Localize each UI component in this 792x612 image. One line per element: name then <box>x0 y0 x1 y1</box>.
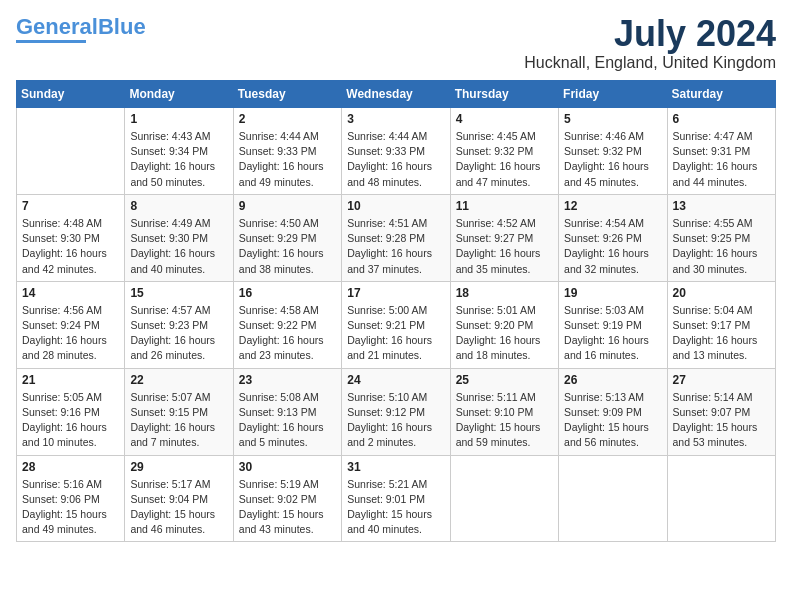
day-content: Sunrise: 4:52 AM Sunset: 9:27 PM Dayligh… <box>456 216 553 277</box>
day-content: Sunrise: 5:13 AM Sunset: 9:09 PM Dayligh… <box>564 390 661 451</box>
calendar-cell: 16Sunrise: 4:58 AM Sunset: 9:22 PM Dayli… <box>233 281 341 368</box>
header-tuesday: Tuesday <box>233 81 341 108</box>
calendar-cell: 9Sunrise: 4:50 AM Sunset: 9:29 PM Daylig… <box>233 194 341 281</box>
day-number: 21 <box>22 373 119 387</box>
day-number: 24 <box>347 373 444 387</box>
day-content: Sunrise: 5:17 AM Sunset: 9:04 PM Dayligh… <box>130 477 227 538</box>
day-number: 17 <box>347 286 444 300</box>
month-title: July 2024 <box>524 16 776 52</box>
day-number: 6 <box>673 112 770 126</box>
day-number: 15 <box>130 286 227 300</box>
day-number: 26 <box>564 373 661 387</box>
day-number: 11 <box>456 199 553 213</box>
day-content: Sunrise: 5:04 AM Sunset: 9:17 PM Dayligh… <box>673 303 770 364</box>
day-number: 3 <box>347 112 444 126</box>
day-number: 28 <box>22 460 119 474</box>
calendar-table: SundayMondayTuesdayWednesdayThursdayFrid… <box>16 80 776 542</box>
header-saturday: Saturday <box>667 81 775 108</box>
day-content: Sunrise: 4:49 AM Sunset: 9:30 PM Dayligh… <box>130 216 227 277</box>
day-content: Sunrise: 4:54 AM Sunset: 9:26 PM Dayligh… <box>564 216 661 277</box>
day-number: 7 <box>22 199 119 213</box>
calendar-cell <box>559 455 667 542</box>
logo-blue: Blue <box>98 14 146 39</box>
day-number: 2 <box>239 112 336 126</box>
header-sunday: Sunday <box>17 81 125 108</box>
calendar-cell: 17Sunrise: 5:00 AM Sunset: 9:21 PM Dayli… <box>342 281 450 368</box>
header-monday: Monday <box>125 81 233 108</box>
header-wednesday: Wednesday <box>342 81 450 108</box>
day-number: 25 <box>456 373 553 387</box>
calendar-cell: 21Sunrise: 5:05 AM Sunset: 9:16 PM Dayli… <box>17 368 125 455</box>
day-content: Sunrise: 4:48 AM Sunset: 9:30 PM Dayligh… <box>22 216 119 277</box>
week-row-4: 21Sunrise: 5:05 AM Sunset: 9:16 PM Dayli… <box>17 368 776 455</box>
day-content: Sunrise: 5:01 AM Sunset: 9:20 PM Dayligh… <box>456 303 553 364</box>
calendar-cell: 24Sunrise: 5:10 AM Sunset: 9:12 PM Dayli… <box>342 368 450 455</box>
day-number: 30 <box>239 460 336 474</box>
calendar-cell: 14Sunrise: 4:56 AM Sunset: 9:24 PM Dayli… <box>17 281 125 368</box>
day-content: Sunrise: 5:03 AM Sunset: 9:19 PM Dayligh… <box>564 303 661 364</box>
day-content: Sunrise: 4:55 AM Sunset: 9:25 PM Dayligh… <box>673 216 770 277</box>
calendar-cell: 7Sunrise: 4:48 AM Sunset: 9:30 PM Daylig… <box>17 194 125 281</box>
calendar-cell: 28Sunrise: 5:16 AM Sunset: 9:06 PM Dayli… <box>17 455 125 542</box>
calendar-cell: 20Sunrise: 5:04 AM Sunset: 9:17 PM Dayli… <box>667 281 775 368</box>
calendar-cell: 30Sunrise: 5:19 AM Sunset: 9:02 PM Dayli… <box>233 455 341 542</box>
day-number: 14 <box>22 286 119 300</box>
calendar-cell: 29Sunrise: 5:17 AM Sunset: 9:04 PM Dayli… <box>125 455 233 542</box>
day-number: 10 <box>347 199 444 213</box>
day-number: 19 <box>564 286 661 300</box>
day-number: 13 <box>673 199 770 213</box>
day-number: 18 <box>456 286 553 300</box>
day-content: Sunrise: 5:08 AM Sunset: 9:13 PM Dayligh… <box>239 390 336 451</box>
header-row: SundayMondayTuesdayWednesdayThursdayFrid… <box>17 81 776 108</box>
calendar-cell: 27Sunrise: 5:14 AM Sunset: 9:07 PM Dayli… <box>667 368 775 455</box>
calendar-cell: 5Sunrise: 4:46 AM Sunset: 9:32 PM Daylig… <box>559 108 667 195</box>
week-row-2: 7Sunrise: 4:48 AM Sunset: 9:30 PM Daylig… <box>17 194 776 281</box>
calendar-cell: 15Sunrise: 4:57 AM Sunset: 9:23 PM Dayli… <box>125 281 233 368</box>
calendar-cell: 8Sunrise: 4:49 AM Sunset: 9:30 PM Daylig… <box>125 194 233 281</box>
calendar-cell: 12Sunrise: 4:54 AM Sunset: 9:26 PM Dayli… <box>559 194 667 281</box>
day-number: 5 <box>564 112 661 126</box>
day-content: Sunrise: 4:47 AM Sunset: 9:31 PM Dayligh… <box>673 129 770 190</box>
day-number: 12 <box>564 199 661 213</box>
day-content: Sunrise: 4:45 AM Sunset: 9:32 PM Dayligh… <box>456 129 553 190</box>
day-content: Sunrise: 5:10 AM Sunset: 9:12 PM Dayligh… <box>347 390 444 451</box>
calendar-cell: 25Sunrise: 5:11 AM Sunset: 9:10 PM Dayli… <box>450 368 558 455</box>
day-content: Sunrise: 5:07 AM Sunset: 9:15 PM Dayligh… <box>130 390 227 451</box>
calendar-cell: 2Sunrise: 4:44 AM Sunset: 9:33 PM Daylig… <box>233 108 341 195</box>
day-number: 8 <box>130 199 227 213</box>
week-row-1: 1Sunrise: 4:43 AM Sunset: 9:34 PM Daylig… <box>17 108 776 195</box>
day-content: Sunrise: 5:14 AM Sunset: 9:07 PM Dayligh… <box>673 390 770 451</box>
day-content: Sunrise: 4:44 AM Sunset: 9:33 PM Dayligh… <box>239 129 336 190</box>
calendar-cell <box>667 455 775 542</box>
logo: GeneralBlue <box>16 16 146 43</box>
logo-underline <box>16 40 86 43</box>
day-content: Sunrise: 5:05 AM Sunset: 9:16 PM Dayligh… <box>22 390 119 451</box>
calendar-cell: 6Sunrise: 4:47 AM Sunset: 9:31 PM Daylig… <box>667 108 775 195</box>
day-content: Sunrise: 4:46 AM Sunset: 9:32 PM Dayligh… <box>564 129 661 190</box>
day-content: Sunrise: 4:56 AM Sunset: 9:24 PM Dayligh… <box>22 303 119 364</box>
calendar-cell: 26Sunrise: 5:13 AM Sunset: 9:09 PM Dayli… <box>559 368 667 455</box>
calendar-cell: 19Sunrise: 5:03 AM Sunset: 9:19 PM Dayli… <box>559 281 667 368</box>
day-content: Sunrise: 4:51 AM Sunset: 9:28 PM Dayligh… <box>347 216 444 277</box>
day-content: Sunrise: 5:21 AM Sunset: 9:01 PM Dayligh… <box>347 477 444 538</box>
week-row-3: 14Sunrise: 4:56 AM Sunset: 9:24 PM Dayli… <box>17 281 776 368</box>
calendar-cell: 23Sunrise: 5:08 AM Sunset: 9:13 PM Dayli… <box>233 368 341 455</box>
calendar-cell: 22Sunrise: 5:07 AM Sunset: 9:15 PM Dayli… <box>125 368 233 455</box>
day-content: Sunrise: 4:50 AM Sunset: 9:29 PM Dayligh… <box>239 216 336 277</box>
day-content: Sunrise: 5:00 AM Sunset: 9:21 PM Dayligh… <box>347 303 444 364</box>
day-number: 16 <box>239 286 336 300</box>
day-number: 4 <box>456 112 553 126</box>
day-number: 23 <box>239 373 336 387</box>
header-friday: Friday <box>559 81 667 108</box>
day-number: 29 <box>130 460 227 474</box>
day-number: 20 <box>673 286 770 300</box>
day-content: Sunrise: 4:43 AM Sunset: 9:34 PM Dayligh… <box>130 129 227 190</box>
day-content: Sunrise: 5:19 AM Sunset: 9:02 PM Dayligh… <box>239 477 336 538</box>
day-number: 31 <box>347 460 444 474</box>
calendar-cell: 4Sunrise: 4:45 AM Sunset: 9:32 PM Daylig… <box>450 108 558 195</box>
header-thursday: Thursday <box>450 81 558 108</box>
calendar-cell: 3Sunrise: 4:44 AM Sunset: 9:33 PM Daylig… <box>342 108 450 195</box>
day-content: Sunrise: 4:44 AM Sunset: 9:33 PM Dayligh… <box>347 129 444 190</box>
calendar-cell: 1Sunrise: 4:43 AM Sunset: 9:34 PM Daylig… <box>125 108 233 195</box>
calendar-cell: 31Sunrise: 5:21 AM Sunset: 9:01 PM Dayli… <box>342 455 450 542</box>
